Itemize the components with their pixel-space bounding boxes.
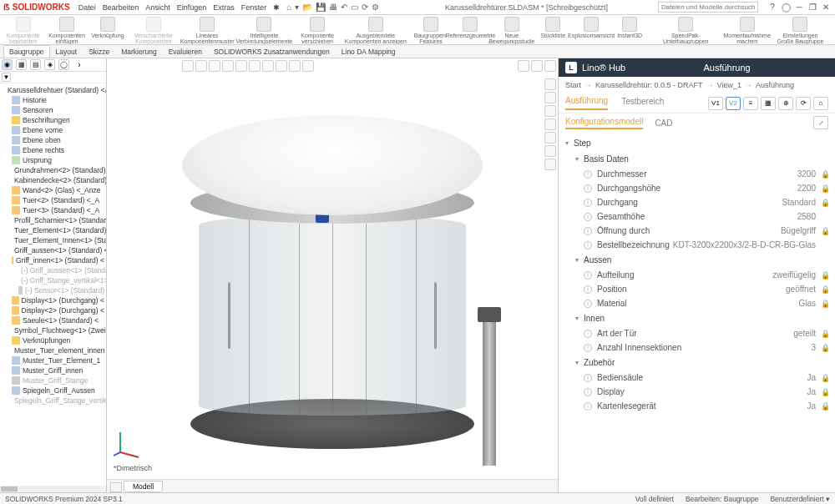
tree-item[interactable]: Spiegeln_Griff_Aussen [2,386,104,396]
tree-item[interactable]: Muster_Tuer_element_innen [2,345,104,355]
info-icon[interactable]: i [584,199,592,207]
menu-star[interactable]: ✱ [273,3,280,12]
menu-einfuegen[interactable]: Einfügen [177,3,207,12]
taskpane-resources-icon[interactable] [544,78,556,90]
tab-ausfuehrung[interactable]: Ausführung [565,96,608,110]
info-icon[interactable]: i [584,374,592,382]
tab-solidworks-zusatzanwendungen[interactable]: SOLIDWORKS Zusatzanwendungen [208,45,336,58]
tab-cad[interactable]: CAD [655,118,672,128]
model-tab[interactable]: Modell [124,481,163,492]
tree-item[interactable]: Spiegeln_Griff_Stange_vertikal [2,396,104,406]
tree-item[interactable]: Tuer_Element<1> (Standard) < [2,225,104,235]
tree-item[interactable]: Historie [2,95,104,105]
menu-extras[interactable]: Extras [213,3,235,12]
refresh-icon[interactable]: ⟳ [796,97,811,110]
group-zubehör[interactable]: ▾Zubehör [565,355,828,370]
tree-item[interactable]: Display<2> (Durchgang) < [2,305,104,315]
tree-item[interactable]: Ursprung [2,155,104,165]
tree-item[interactable]: Tuer<2> (Standard) <_A [2,195,104,205]
ribbon-instant-d[interactable]: Instant3D [613,17,646,38]
zoom-area-icon[interactable] [195,60,207,72]
ribbon-momentaufnahme-machen[interactable]: Momentaufnahme machen [725,17,769,44]
tree-tab-property-icon[interactable]: ▦ [16,59,27,70]
undo-icon[interactable]: ↶ [341,3,347,12]
feature-tree[interactable]: Karusselldrehtuer (Standard) <Anzeigest … [0,83,106,486]
group-basis-daten[interactable]: ▾Basis Daten [565,151,828,167]
tree-item[interactable]: Symbol_Fluchtweg<1> (Zweifach_R [2,325,104,335]
ribbon-komponente-verschieben[interactable]: Komponente verschieben [296,17,338,44]
vp-close-icon[interactable] [544,60,556,72]
tree-item[interactable]: Saeule<1> (Standard) < [2,315,104,325]
vp-max-icon[interactable] [531,60,543,72]
tree-expand-icon[interactable]: › [73,60,86,69]
info-icon[interactable]: i [584,213,592,221]
ribbon-referenzgeometrie[interactable]: Referenzgeometrie [453,17,487,38]
ribbon-st-ckliste[interactable]: Stückliste [536,17,569,38]
tab-layout[interactable]: Layout [50,45,84,58]
menu-ansicht[interactable]: Ansicht [145,3,170,12]
tree-item[interactable]: Display<1> (Durchgang) < [2,295,104,305]
motion-nav-icon[interactable] [110,482,122,492]
info-icon[interactable]: i [584,388,592,396]
tree-item[interactable]: (-) Griff_aussen<1> (Standard) [2,265,104,275]
group-step[interactable]: ▾Step [565,135,828,151]
minimize-icon[interactable]: ─ [793,2,805,13]
info-icon[interactable]: i [584,285,592,294]
tree-item[interactable]: Verknüpfungen [2,335,104,345]
tab-markierung[interactable]: Markierung [115,45,163,58]
info-icon[interactable]: i [584,300,592,308]
tab-evaluieren[interactable]: Evaluieren [163,45,208,58]
tree-h-scrollbar[interactable] [0,486,106,492]
home-view-icon[interactable]: ⌂ [813,97,828,110]
rebuild-icon[interactable]: ⟳ [362,3,368,12]
config-row[interactable]: iPositiongeöffnet🔒 [565,282,828,296]
menu-datei[interactable]: Datei [78,3,96,12]
ribbon-verkn-pfung[interactable]: Verknüpfung [91,17,124,38]
view-settings-icon[interactable] [302,60,314,72]
menu-fenster[interactable]: Fenster [241,3,267,12]
tab-skizze[interactable]: Skizze [83,45,115,58]
info-icon[interactable]: i [584,330,592,338]
tree-item[interactable]: Muster_Griff_innen [2,365,104,375]
tree-item[interactable]: (-) Griff_Stange_vertikal<1> (Sta [2,275,104,285]
close-icon[interactable]: ✕ [820,2,832,13]
ribbon-intelligente-verbindungselemente[interactable]: Intelligente Verbindungselemente [237,17,291,44]
config-row[interactable]: iDurchgangshöhe2200🔒 [565,181,828,195]
info-icon[interactable]: i [584,170,592,179]
tree-item[interactable]: Kabinendecke<2> (Standard) < [2,175,104,185]
tree-item[interactable]: (-) Sensor<1> (Standard) [2,285,104,295]
config-expand-icon[interactable]: ⤢ [813,116,828,129]
tree-item[interactable]: Ebene oben [2,135,104,145]
ribbon-einstellungen-gro-e-baugruppe[interactable]: Einstellungen Große Baugruppe [774,17,827,44]
tree-item[interactable]: Beschriftungen [2,115,104,125]
config-row[interactable]: iDurchgangStandard🔒 [565,195,828,209]
tree-root[interactable]: Karusselldrehtuer (Standard) <Anzeigest [2,85,104,95]
ribbon-speedpak-unterbaugruppen-aktualisieren[interactable]: SpeedPak-Unterbaugruppen aktualisieren [651,17,720,45]
grid-view-icon[interactable]: ▦ [761,97,776,110]
config-row[interactable]: iBestellbezeichnungKDT-3200x2200x3/2-B-D… [565,238,828,252]
config-row[interactable]: iAufteilungzweiflügelig🔒 [565,268,828,282]
tree-item[interactable]: Muster_Griff_Stange [2,375,104,386]
info-icon[interactable]: i [584,271,592,280]
status-units[interactable]: Benutzerdefiniert ▾ [770,495,830,503]
ribbon-neue-bewegungsstudie[interactable]: Neue Bewegungsstudie [492,17,531,44]
add-icon[interactable]: ⊕ [778,97,793,110]
tab-lino-da-mapping[interactable]: Lino DA Mapping [336,45,402,58]
config-row[interactable]: iBediensäuleJa🔒 [565,370,828,385]
filter-icon[interactable]: ▼ [2,73,11,82]
info-icon[interactable]: i [584,184,592,193]
taskpane-design-icon[interactable] [544,92,556,103]
search-input[interactable] [658,2,758,13]
taskpane-custom-icon[interactable] [544,132,556,144]
home-icon[interactable]: ⌂ [286,3,291,12]
new-icon[interactable]: ▾ [295,3,299,12]
tree-item[interactable]: Griff_aussen<1> (Standard) < [2,245,104,255]
tree-item[interactable]: Ebene vorne [2,125,104,135]
taskpane-view-icon[interactable] [544,105,556,117]
taskpane-appearance-icon[interactable] [544,118,556,130]
lino-config-body[interactable]: ▾Step▾Basis DateniDurchmesser3200🔒iDurch… [559,132,835,492]
tree-item[interactable]: Tuer_Element_Innen<1> (Standard) [2,235,104,245]
list-view-icon[interactable]: ≡ [743,97,758,110]
taskpane-forum-icon[interactable] [544,145,556,157]
tree-item[interactable]: Tuer<3> (Standard) <_A [2,205,104,215]
